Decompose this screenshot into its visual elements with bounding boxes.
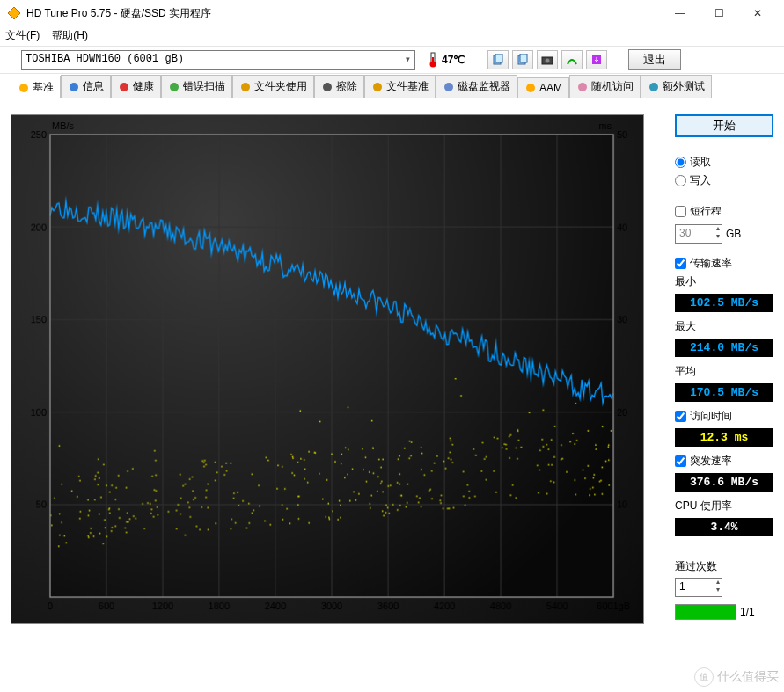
temperature-value: 47℃ xyxy=(442,54,465,66)
passes-spin[interactable]: 1 xyxy=(675,578,722,597)
svg-point-9 xyxy=(546,59,550,63)
read-radio[interactable]: 读取 xyxy=(675,155,773,170)
toolbar: TOSHIBA HDWN160 (6001 gB) 47℃ 退出 xyxy=(0,46,784,74)
tab-7[interactable]: 磁盘监视器 xyxy=(436,75,517,98)
save-button[interactable] xyxy=(586,50,607,69)
svg-point-13 xyxy=(120,83,128,91)
tab-icon xyxy=(168,81,180,93)
passes-progress-text: 1/1 xyxy=(740,606,755,618)
passes-progress xyxy=(675,604,736,620)
titlebar: HD Tune Pro 5.75 - 硬盘/SSD 实用程序 — ☐ ✕ xyxy=(0,0,784,26)
chart-area xyxy=(11,114,664,624)
tab-4[interactable]: 文件夹使用 xyxy=(232,75,314,98)
temperature: 47℃ xyxy=(428,52,465,68)
menu-help[interactable]: 帮助(H) xyxy=(52,28,88,44)
svg-point-20 xyxy=(578,83,587,91)
svg-point-18 xyxy=(444,83,453,91)
cpu-label: CPU 使用率 xyxy=(675,499,773,514)
tab-icon xyxy=(443,81,455,93)
access-value: 12.3 ms xyxy=(675,428,773,447)
short-stroke-check[interactable]: 短行程 xyxy=(675,204,773,219)
tab-icon xyxy=(321,81,333,93)
gb-label: GB xyxy=(726,228,741,240)
content: 开始 读取 写入 短行程 30 GB 传输速率 最小 102.5 MB/s 最大… xyxy=(0,98,784,631)
settings-button[interactable] xyxy=(561,50,583,69)
side-panel: 开始 读取 写入 短行程 30 GB 传输速率 最小 102.5 MB/s 最大… xyxy=(675,114,773,624)
svg-rect-7 xyxy=(520,54,527,62)
watermark-icon: 值 xyxy=(694,667,714,687)
start-button[interactable]: 开始 xyxy=(675,114,773,137)
max-value: 214.0 MB/s xyxy=(675,339,773,357)
tab-1[interactable]: 信息 xyxy=(61,75,111,98)
benchmark-chart xyxy=(11,114,644,624)
svg-point-17 xyxy=(373,83,382,91)
cpu-value: 3.4% xyxy=(675,518,773,536)
avg-value: 170.5 MB/s xyxy=(675,383,773,402)
watermark: 值 什么值得买 xyxy=(694,667,779,687)
menu-file[interactable]: 文件(F) xyxy=(5,28,40,44)
window-title: HD Tune Pro 5.75 - 硬盘/SSD 实用程序 xyxy=(26,6,661,21)
menubar: 文件(F) 帮助(H) xyxy=(0,26,784,46)
svg-point-11 xyxy=(19,84,28,92)
short-stroke-spin[interactable]: 30 xyxy=(675,224,722,244)
passes-label: 通过次数 xyxy=(675,559,773,574)
toolbar-icons xyxy=(487,50,607,69)
access-time-check[interactable]: 访问时间 xyxy=(675,409,773,424)
exit-button[interactable]: 退出 xyxy=(628,49,681,70)
tabbar: 基准信息健康错误扫描文件夹使用擦除文件基准磁盘监视器AAM随机访问额外测试 xyxy=(0,74,784,98)
max-label: 最大 xyxy=(675,319,773,334)
tab-6[interactable]: 文件基准 xyxy=(364,75,436,98)
tab-3[interactable]: 错误扫描 xyxy=(161,75,232,98)
svg-point-21 xyxy=(649,83,658,91)
svg-rect-5 xyxy=(495,54,502,62)
transfer-rate-check[interactable]: 传输速率 xyxy=(675,256,773,271)
drive-select[interactable]: TOSHIBA HDWN160 (6001 gB) xyxy=(21,50,415,70)
write-radio[interactable]: 写入 xyxy=(675,173,773,188)
min-label: 最小 xyxy=(675,274,773,289)
svg-point-14 xyxy=(170,83,179,91)
svg-point-12 xyxy=(70,83,78,91)
tab-0[interactable]: 基准 xyxy=(11,76,61,98)
tab-icon xyxy=(18,82,30,94)
svg-point-19 xyxy=(526,84,535,92)
min-value: 102.5 MB/s xyxy=(675,294,773,312)
tab-9[interactable]: 随机访问 xyxy=(569,75,641,98)
tab-icon xyxy=(576,81,589,93)
burst-rate-check[interactable]: 突发速率 xyxy=(675,454,773,469)
burst-value: 376.6 MB/s xyxy=(675,473,773,492)
svg-marker-0 xyxy=(8,7,20,19)
avg-label: 平均 xyxy=(675,364,773,379)
tab-10[interactable]: 额外测试 xyxy=(641,75,712,98)
tab-icon xyxy=(648,81,660,93)
close-button[interactable]: ✕ xyxy=(738,1,777,25)
tab-icon xyxy=(524,82,537,94)
minimize-button[interactable]: — xyxy=(661,1,700,25)
thermometer-icon xyxy=(428,52,438,68)
tab-2[interactable]: 健康 xyxy=(111,75,161,98)
tab-icon xyxy=(239,81,252,93)
screenshot-button[interactable] xyxy=(537,50,558,69)
copy-text-button[interactable] xyxy=(487,50,509,69)
tab-icon xyxy=(68,81,80,93)
tab-8[interactable]: AAM xyxy=(517,77,569,98)
svg-point-16 xyxy=(323,83,332,91)
tab-icon xyxy=(118,81,130,93)
tab-5[interactable]: 擦除 xyxy=(314,75,364,98)
copy-info-button[interactable] xyxy=(512,50,533,69)
maximize-button[interactable]: ☐ xyxy=(700,1,738,25)
tab-icon xyxy=(371,81,384,93)
svg-point-15 xyxy=(241,83,250,91)
app-icon xyxy=(7,6,21,20)
svg-rect-3 xyxy=(432,57,434,64)
